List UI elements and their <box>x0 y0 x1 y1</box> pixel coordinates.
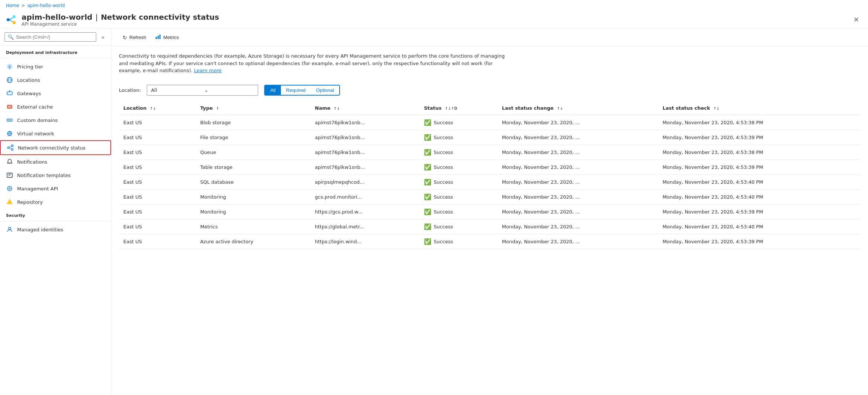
status-sort-icon: ↑↓↑D <box>445 106 457 110</box>
cell-type: Monitoring <box>196 189 311 204</box>
col-location[interactable]: Location ↑↓ <box>119 102 196 115</box>
sidebar-item-managed-identities[interactable]: Managed identities <box>0 223 111 236</box>
sidebar-section-security: Security Managed identities <box>0 209 111 236</box>
cell-name: https://gcs.prod.w... <box>310 204 420 219</box>
header-left: apim-hello-world | Network connectivity … <box>4 13 219 27</box>
name-sort-icon: ↑↓ <box>334 106 340 110</box>
cell-location: East US <box>119 115 196 130</box>
cell-last-status-change: Monday, November 23, 2020, ... <box>498 189 658 204</box>
notifications-label: Notifications <box>17 159 47 165</box>
status-text: Success <box>434 164 453 170</box>
breadcrumb-service[interactable]: apim-hello-world <box>27 3 65 8</box>
refresh-button[interactable]: ↻ Refresh <box>119 32 150 43</box>
cell-name: https://global.metr... <box>310 219 420 234</box>
breadcrumb: Home > apim-hello-world <box>0 0 868 11</box>
learn-more-link[interactable]: Learn more <box>194 68 221 73</box>
status-success-icon: ✅ <box>424 193 431 200</box>
filter-toggle-group: All Required Optional <box>264 85 340 96</box>
table-row[interactable]: East US Blob storage apimst76plkw1snb...… <box>119 115 861 130</box>
sidebar-item-repository[interactable]: Repository <box>0 195 111 209</box>
location-select-value: All <box>151 87 201 93</box>
col-status[interactable]: Status ↑↓↑D <box>420 102 498 115</box>
cell-name: gcs.prod.monitori... <box>310 189 420 204</box>
connectivity-table: Location ↑↓ Type ↑ Name ↑↓ Status ↑↓↑D L… <box>119 102 861 249</box>
search-input-wrap[interactable]: 🔍 <box>4 32 96 42</box>
table-row[interactable]: East US Monitoring https://gcs.prod.w...… <box>119 204 861 219</box>
repository-icon <box>6 198 13 206</box>
cell-last-status-check: Monday, November 23, 2020, 4:53:39 PM <box>658 160 861 174</box>
metrics-button[interactable]: Metrics <box>152 32 183 43</box>
cell-last-status-check: Monday, November 23, 2020, 4:53:39 PM <box>658 234 861 249</box>
search-input[interactable] <box>16 34 93 40</box>
external-cache-label: External cache <box>17 104 53 110</box>
cell-name: apimst76plkw1snb... <box>310 130 420 145</box>
table-row[interactable]: East US File storage apimst76plkw1snb...… <box>119 130 861 145</box>
table-row[interactable]: East US Azure active directory https://l… <box>119 234 861 249</box>
col-type[interactable]: Type ↑ <box>196 102 311 115</box>
cell-name: apimst76plkw1snb... <box>310 160 420 174</box>
sidebar-item-pricing-tier[interactable]: $ Pricing tier <box>0 60 111 73</box>
collapse-button[interactable]: « <box>99 33 107 41</box>
cell-name: https://login.wind... <box>310 234 420 249</box>
cell-type: File storage <box>196 130 311 145</box>
sidebar-item-external-cache[interactable]: External cache <box>0 100 111 113</box>
cell-location: East US <box>119 160 196 174</box>
cell-status: ✅ Success <box>420 174 498 189</box>
col-name[interactable]: Name ↑↓ <box>310 102 420 115</box>
table-row[interactable]: East US Monitoring gcs.prod.monitori... … <box>119 189 861 204</box>
cell-status: ✅ Success <box>420 219 498 234</box>
location-select[interactable]: All ⌄ <box>147 85 258 96</box>
cell-name: apimst76plkw1snb... <box>310 145 420 160</box>
svg-point-1 <box>7 18 10 21</box>
metrics-icon <box>155 34 161 41</box>
cell-last-status-change: Monday, November 23, 2020, ... <box>498 115 658 130</box>
breadcrumb-sep: > <box>21 3 25 8</box>
col-last-status-change[interactable]: Last status change ↑↓ <box>498 102 658 115</box>
sidebar-item-notification-templates[interactable]: Notification templates <box>0 168 111 182</box>
table-row[interactable]: East US Queue apimst76plkw1snb... ✅ Succ… <box>119 145 861 160</box>
sidebar-item-gateways[interactable]: Gateways <box>0 87 111 100</box>
sidebar-item-network-connectivity[interactable]: Network connectivity status <box>0 140 111 155</box>
cell-location: East US <box>119 219 196 234</box>
cell-last-status-check: Monday, November 23, 2020, 4:53:40 PM <box>658 219 861 234</box>
notifications-icon <box>6 158 13 166</box>
main-content: ↻ Refresh Metrics Connectivity to requir… <box>111 29 868 395</box>
status-text: Success <box>434 209 453 215</box>
svg-rect-35 <box>158 36 159 39</box>
sidebar-item-locations[interactable]: Locations <box>0 73 111 87</box>
svg-line-25 <box>10 146 12 148</box>
toggle-all-button[interactable]: All <box>265 86 281 95</box>
svg-marker-32 <box>7 199 12 204</box>
cell-status: ✅ Success <box>420 234 498 249</box>
cell-status: ✅ Success <box>420 115 498 130</box>
status-text: Success <box>434 179 453 185</box>
sidebar-item-management-api[interactable]: Management API <box>0 182 111 195</box>
sidebar-item-custom-domains[interactable]: Custom domains <box>0 113 111 127</box>
status-text: Success <box>434 224 453 229</box>
location-sort-icon: ↑↓ <box>150 106 156 110</box>
custom-domains-icon <box>6 116 13 124</box>
close-button[interactable]: ✕ <box>851 14 862 25</box>
gateways-icon <box>6 90 13 97</box>
status-success-icon: ✅ <box>424 119 431 126</box>
external-cache-icon <box>6 103 13 110</box>
svg-text:$: $ <box>9 65 11 69</box>
refresh-label: Refresh <box>129 35 146 40</box>
sidebar-item-notifications[interactable]: Notifications <box>0 155 111 168</box>
table-row[interactable]: East US SQL database apirpsqlmepqhcod...… <box>119 174 861 189</box>
header-separator: | <box>95 13 98 22</box>
col-last-status-check[interactable]: Last status check ↑↓ <box>658 102 861 115</box>
svg-rect-34 <box>156 37 157 39</box>
cell-type: Queue <box>196 145 311 160</box>
metrics-label: Metrics <box>163 35 179 40</box>
page-title: Network connectivity status <box>101 13 219 22</box>
sidebar-item-virtual-network[interactable]: Virtual network <box>0 127 111 140</box>
table-row[interactable]: East US Table storage apimst76plkw1snb..… <box>119 160 861 174</box>
last-change-sort-icon: ↑↓ <box>557 106 563 110</box>
breadcrumb-home[interactable]: Home <box>6 3 19 8</box>
table-row[interactable]: East US Metrics https://global.metr... ✅… <box>119 219 861 234</box>
cell-last-status-change: Monday, November 23, 2020, ... <box>498 234 658 249</box>
toggle-required-button[interactable]: Required <box>281 86 311 95</box>
toggle-optional-button[interactable]: Optional <box>311 86 339 95</box>
repository-label: Repository <box>17 199 43 205</box>
